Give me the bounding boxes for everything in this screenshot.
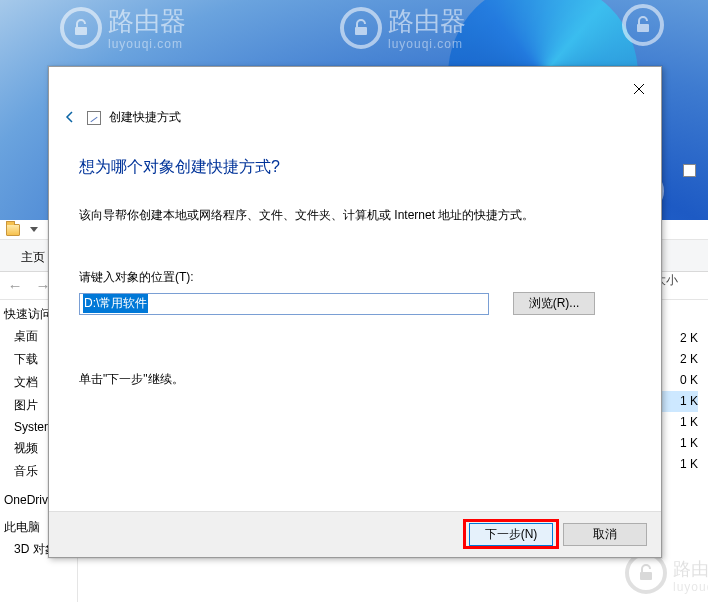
- svg-rect-2: [637, 24, 649, 32]
- dialog-title: 创建快捷方式: [109, 109, 181, 126]
- shortcut-wizard-icon: [87, 111, 101, 125]
- cancel-button[interactable]: 取消: [563, 523, 647, 546]
- watermark-lock-icon: [340, 7, 382, 49]
- watermark-brand: 路由器: [673, 559, 708, 579]
- watermark-site: luyouqi.com: [108, 37, 186, 51]
- nav-back-icon[interactable]: ←: [4, 277, 26, 294]
- svg-rect-1: [355, 27, 367, 35]
- continue-hint: 单击"下一步"继续。: [79, 371, 631, 388]
- browse-button[interactable]: 浏览(R)...: [513, 292, 595, 315]
- dialog-description: 该向导帮你创建本地或网络程序、文件、文件夹、计算机或 Internet 地址的快…: [79, 206, 631, 225]
- next-button[interactable]: 下一步(N): [469, 523, 553, 546]
- close-button[interactable]: [625, 75, 653, 103]
- location-label: 请键入对象的位置(T):: [79, 269, 631, 286]
- watermark-brand: 路由器: [388, 6, 466, 36]
- location-input[interactable]: D:\常用软件: [79, 293, 489, 315]
- location-input-value: D:\常用软件: [83, 294, 148, 313]
- svg-rect-0: [75, 27, 87, 35]
- watermark-brand: 路由器: [108, 6, 186, 36]
- watermark-lock-icon: [622, 4, 664, 46]
- dialog-footer: 下一步(N) 取消: [49, 511, 661, 557]
- qat-dropdown-icon[interactable]: [30, 227, 38, 232]
- dialog-question: 想为哪个对象创建快捷方式?: [79, 157, 631, 178]
- watermark-site: luyouqi.com: [388, 37, 466, 51]
- svg-rect-4: [640, 572, 652, 580]
- select-all-checkbox[interactable]: [683, 164, 696, 177]
- create-shortcut-dialog: 创建快捷方式 想为哪个对象创建快捷方式? 该向导帮你创建本地或网络程序、文件、文…: [48, 66, 662, 558]
- back-arrow-icon[interactable]: [63, 110, 79, 126]
- folder-icon: [6, 224, 20, 236]
- watermark-site: luyouqi.com: [673, 580, 708, 594]
- watermark-lock-icon: [60, 7, 102, 49]
